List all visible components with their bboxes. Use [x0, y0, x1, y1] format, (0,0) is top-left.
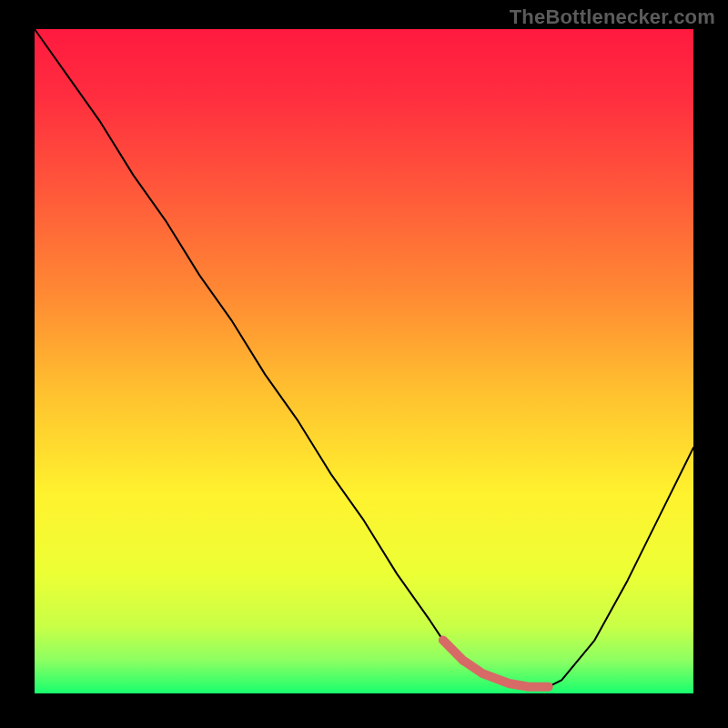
bottleneck-chart	[0, 0, 728, 728]
chart-background	[35, 29, 693, 693]
watermark-text: TheBottleneсker.com	[510, 5, 715, 29]
